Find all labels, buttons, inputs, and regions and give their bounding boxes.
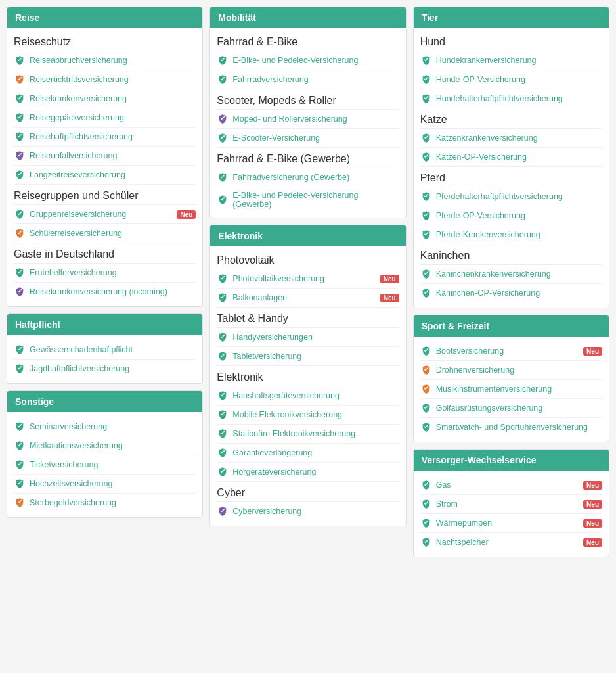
item-label: Cyberversicherung <box>232 507 399 516</box>
shield-icon <box>14 112 26 124</box>
list-item[interactable]: Gewässerschadenhaftpflicht <box>14 340 196 360</box>
item-label: Langzeitreiseversicherung <box>30 170 196 179</box>
list-item[interactable]: Smartwatch- und Sportuhrenversicherung <box>420 418 602 436</box>
list-item[interactable]: Drohnenversicherung <box>420 361 602 380</box>
shield-icon <box>420 210 432 221</box>
item-label: Musikinstrumentenversicherung <box>436 384 602 394</box>
list-item[interactable]: Handyversicherungen <box>217 328 399 347</box>
list-item[interactable]: E-Scooter-Versicherung <box>217 129 399 148</box>
list-item[interactable]: Cyberversicherung <box>217 502 399 521</box>
list-item[interactable]: PhotovoltaikversicherungNeu <box>217 269 399 289</box>
list-item[interactable]: Kaninchen-OP-Versicherung <box>420 284 602 302</box>
section-title: Elektronik <box>217 366 399 386</box>
badge-new: Neu <box>177 210 196 219</box>
item-label: Reiseunfallversicherung <box>30 151 196 160</box>
badge-new: Neu <box>583 481 602 490</box>
list-item[interactable]: Schülerreiseversicherung <box>14 224 196 243</box>
list-item[interactable]: Reisekrankenversicherung <box>14 89 196 108</box>
item-label: Fahrradversicherung <box>232 75 399 84</box>
list-item[interactable]: Hundehalterhaftpflichtversicherung <box>420 89 602 108</box>
shield-icon <box>420 229 432 241</box>
list-item[interactable]: Moped- und Rollerversicherung <box>217 110 399 129</box>
badge-new: Neu <box>380 294 399 302</box>
list-item[interactable]: Stationäre Elektronikversicherung <box>217 425 399 444</box>
shield-icon <box>217 350 229 362</box>
list-item[interactable]: Reiseabbruchversicherung <box>14 51 196 70</box>
list-item[interactable]: GruppenreiseversicherungNeu <box>14 205 196 224</box>
card-header: Elektronik <box>210 225 405 246</box>
list-item[interactable]: Kaninchenkrankenversicherung <box>420 265 602 284</box>
shield-icon <box>217 409 229 421</box>
list-item[interactable]: Erntehelferversicherung <box>14 264 196 283</box>
list-item[interactable]: Reisegepäckversicherung <box>14 108 196 128</box>
card-reise: ReiseReiseschutz Reiseabbruchversicherun… <box>7 7 203 307</box>
list-item[interactable]: Reiseunfallversicherung <box>14 147 196 166</box>
item-label: Moped- und Rollerversicherung <box>232 114 399 124</box>
item-label: E-Bike- und Pedelec-Versicherung <box>232 56 399 65</box>
item-label: Jagdhaftpflichtversicherung <box>30 364 196 373</box>
list-item[interactable]: Reisekrankenversicherung (incoming) <box>14 283 196 301</box>
list-item[interactable]: Ticketversicherung <box>14 455 196 475</box>
item-label: Photovoltaikversicherung <box>232 274 376 283</box>
list-item[interactable]: Garantieverlängerung <box>217 444 399 463</box>
card-mobilität: MobilitätFahrrad & E-Bike E-Bike- und Pe… <box>209 7 406 218</box>
list-item[interactable]: Katzen-OP-Versicherung <box>420 148 602 167</box>
list-item[interactable]: Fahrradversicherung (Gewerbe) <box>217 168 399 187</box>
list-item[interactable]: Hochzeitsversicherung <box>14 475 196 494</box>
list-item[interactable]: Jagdhaftpflichtversicherung <box>14 360 196 378</box>
list-item[interactable]: E-Bike- und Pedelec-Versicherung (Gewerb… <box>217 187 399 212</box>
card-haftpflicht: Haftpflicht Gewässerschadenhaftpflicht J… <box>7 313 203 384</box>
shield-icon <box>217 466 229 478</box>
shield-icon <box>420 536 432 548</box>
item-label: Hochzeitsversicherung <box>30 479 196 488</box>
list-item[interactable]: Katzenkrankenversicherung <box>420 129 602 148</box>
list-item[interactable]: Pferde-OP-Versicherung <box>420 206 602 225</box>
section-title: Pferd <box>420 167 602 187</box>
list-item[interactable]: Pferdehalterhaftpflichtversicherung <box>420 187 602 206</box>
shield-icon <box>420 74 432 85</box>
item-label: Schülerreiseversicherung <box>30 229 196 238</box>
list-item[interactable]: Haushaltsgeräteversicherung <box>217 386 399 406</box>
list-item[interactable]: Sterbegeldversicherung <box>14 494 196 512</box>
item-label: Sterbegeldversicherung <box>30 498 196 507</box>
shield-icon <box>14 150 26 162</box>
list-item[interactable]: Seminarversicherung <box>14 417 196 436</box>
shield-icon <box>420 132 432 144</box>
list-item[interactable]: Fahrradversicherung <box>217 70 399 89</box>
item-label: Golfausrüstungsversicherung <box>436 404 602 413</box>
item-label: Kaninchen-OP-Versicherung <box>436 289 602 298</box>
item-label: Pferde-OP-Versicherung <box>436 211 602 220</box>
list-item[interactable]: Hunde-OP-Versicherung <box>420 70 602 89</box>
list-item[interactable]: GasNeu <box>420 476 602 495</box>
list-item[interactable]: BalkonanlagenNeu <box>217 289 399 308</box>
list-item[interactable]: WärmepumpenNeu <box>420 514 602 533</box>
list-item[interactable]: Tabletversicherung <box>217 347 399 366</box>
shield-icon <box>14 208 26 220</box>
list-item[interactable]: Mobile Elektronikversicherung <box>217 406 399 425</box>
item-label: Ticketversicherung <box>30 460 196 469</box>
badge-new: Neu <box>583 500 602 509</box>
shield-icon <box>420 268 432 280</box>
list-item[interactable]: StromNeu <box>420 495 602 514</box>
list-item[interactable]: Mietkautionsversicherung <box>14 436 196 455</box>
list-item[interactable]: Golfausrüstungsversicherung <box>420 399 602 418</box>
section-title: Fahrrad & E-Bike (Gewerbe) <box>217 148 399 168</box>
list-item[interactable]: Musikinstrumentenversicherung <box>420 380 602 399</box>
list-item[interactable]: Hundekrankenversicherung <box>420 51 602 70</box>
shield-icon <box>14 93 26 104</box>
column-left: ReiseReiseschutz Reiseabbruchversicherun… <box>7 7 203 557</box>
list-item[interactable]: Pferde-Krankenversicherung <box>420 225 602 244</box>
list-item[interactable]: Reiserücktrittsversicherung <box>14 70 196 89</box>
list-item[interactable]: NachtspeicherNeu <box>420 533 602 551</box>
page-wrapper: ReiseReiseschutz Reiseabbruchversicherun… <box>0 0 616 564</box>
list-item[interactable]: BootsversicherungNeu <box>420 342 602 361</box>
section-title: Cyber <box>217 482 399 502</box>
item-label: Smartwatch- und Sportuhrenversicherung <box>436 423 602 432</box>
list-item[interactable]: Reisehaftpflichtversicherung <box>14 128 196 147</box>
item-label: Strom <box>436 499 579 509</box>
card-header: Sonstige <box>7 391 202 412</box>
item-label: Reisekrankenversicherung (incoming) <box>30 287 196 296</box>
list-item[interactable]: E-Bike- und Pedelec-Versicherung <box>217 51 399 70</box>
list-item[interactable]: Langzeitreiseversicherung <box>14 166 196 185</box>
list-item[interactable]: Hörgeräteversicherung <box>217 463 399 482</box>
